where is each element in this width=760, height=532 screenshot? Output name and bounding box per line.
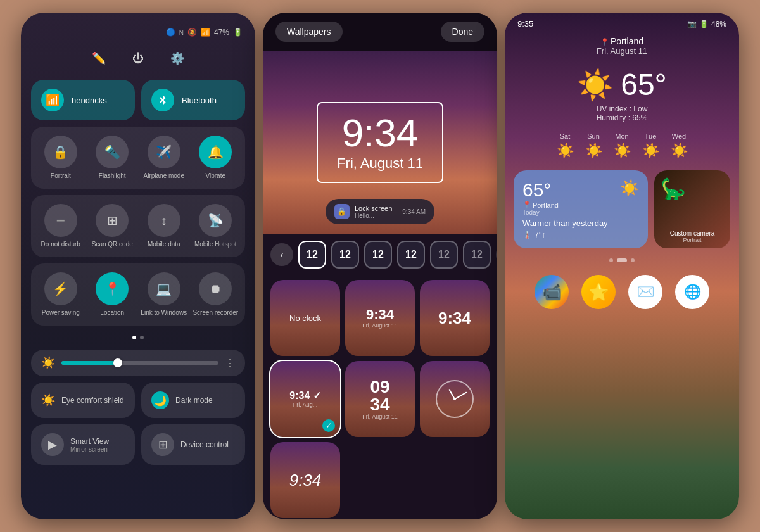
screen-recorder-label: Screen recorder [193,309,238,317]
eye-comfort-toggle[interactable]: ☀️ Eye comfort shield [31,383,135,418]
phone-home-screen: 9:35 📷 🔋 48% Portland Fri, August 11 ☀️ … [505,13,739,519]
link-windows-tile[interactable]: 💻 Link to Windows [141,272,187,317]
smart-view-tile[interactable]: ▶ Smart View Mirror screen [31,424,135,465]
power-save-tile[interactable]: ⚡ Power saving [37,272,84,317]
hs-battery-icon: 🔋 [699,20,709,28]
toggles-row: ☀️ Eye comfort shield 🌙 Dark mode [31,383,245,418]
clock-block[interactable]: 09 34 Fri, August 11 [345,361,415,437]
power-icon[interactable]: ⏻ [128,48,148,68]
device-control-icon: ⊞ [151,433,174,456]
clock-time-2: 9:34 [438,309,471,327]
clocks-grid: No clock 9:34 Fri, August 11 9:34 9:34 ✓… [263,275,497,519]
hs-status-bar: 9:35 📷 🔋 48% [505,13,739,31]
screen-recorder-tile[interactable]: ⏺ Screen recorder [193,272,239,317]
preview-date: Fri, August 11 [337,155,423,172]
wallpapers-button[interactable]: Wallpapers [276,22,343,42]
dark-mode-toggle[interactable]: 🌙 Dark mode [141,383,245,418]
forecast-sun: Sun ☀️ [585,132,602,159]
vibrate-label: Vibrate [205,172,225,180]
hotspot-tile[interactable]: 📡 Mobile Hotspot [193,204,239,248]
bluetooth-icon [151,89,174,111]
clock-italic[interactable]: 9:34 [270,442,340,518]
status-bar: 🔵 N 🔕 📶 47% 🔋 [31,23,245,39]
signal-icon: 📶 [201,28,210,37]
dot-1 [132,336,136,339]
qr-tile[interactable]: ⊞ Scan QR code [89,204,136,248]
style-num-4[interactable]: 12 [397,241,425,269]
page-dot-1 [609,258,613,262]
temperature: 65° [621,67,667,102]
prev-style-arrow[interactable]: ‹ [270,243,293,266]
wifi-icon: 📶 [41,89,64,111]
bluetooth-tile[interactable]: Bluetooth [141,80,245,120]
clock-analog[interactable] [420,361,490,437]
data-icon: ↕️ [148,204,180,237]
dot-2 [140,336,144,339]
clock-time-3: 9:34 ✓ [289,390,320,402]
widget-sun-icon: ☀️ [620,179,639,197]
style-num-2[interactable]: 12 [331,241,359,269]
next-style-arrow[interactable]: › [496,243,497,266]
no-clock-label: No clock [289,314,321,323]
clock-italic-time: 9:34 [289,471,322,490]
more-options-icon[interactable]: ⋮ [225,357,235,369]
hs-status-icons: 📷 🔋 48% [687,20,726,28]
flashlight-icon: 🔦 [96,136,129,168]
settings-icon[interactable]: ⚙️ [167,48,187,68]
brightness-thumb[interactable] [113,358,122,367]
notif-app-icon: 🔒 [334,204,350,219]
quick-settings-grid-2: − Do not disturb ⊞ Scan QR code ↕️ Mobil… [31,195,245,257]
weather-date: Fri, August 11 [517,46,726,56]
portrait-tile[interactable]: 🔒 Portrait [37,136,84,180]
page-dot-3 [631,258,635,262]
quick-settings-grid-1: 🔒 Portrait 🔦 Flashlight ✈️ Airplane mode… [31,127,245,189]
vibrate-tile[interactable]: 🔔 Vibrate [193,136,239,180]
edit-icon[interactable]: ✏️ [89,48,109,68]
device-control-text: Device control [180,440,229,449]
city-label: Portland [517,36,726,46]
style-num-5[interactable]: 12 [430,241,458,269]
location-tile[interactable]: 📍 Location [89,272,136,317]
airplane-icon: ✈️ [148,136,180,168]
style-num-3[interactable]: 12 [364,241,392,269]
brightness-control[interactable]: ☀️ ⋮ [31,350,245,376]
location-icon: 📍 [96,272,129,305]
wifi-label: hendricks [72,96,107,105]
done-button[interactable]: Done [441,22,484,42]
airplane-tile[interactable]: ✈️ Airplane mode [141,136,187,180]
camera-widget[interactable]: 🦕 Custom camera Portrait [654,170,730,248]
wifi-tile[interactable]: 📶 hendricks [31,80,135,120]
link-windows-label: Link to Windows [141,309,187,317]
forecast-wed: Wed ☀️ [671,132,688,159]
analog-face [436,380,474,418]
clock-digital-big[interactable]: 9:34 [420,280,490,356]
dnd-tile[interactable]: − Do not disturb [37,204,84,248]
bluetooth-label: Bluetooth [182,96,217,105]
clock-none[interactable]: No clock [270,280,340,356]
dark-mode-label: Dark mode [175,396,213,405]
notification-pill: 🔒 Lock screen Hello... 9:34 AM [326,199,434,224]
weather-main: ☀️ 65° [505,61,739,104]
brightness-bar[interactable] [61,361,218,365]
clock-digital-date-content: 9:34 Fri, August 11 [362,307,398,329]
clock-block-content: 09 34 Fri, August 11 [362,378,398,420]
fav-app-icon[interactable]: ⭐ [581,275,616,309]
weather-widget[interactable]: 65° 📍Portland ☀️ Today Warmer than yeste… [514,170,648,248]
meet-app-icon[interactable]: 📹 [535,275,569,309]
smart-view-text: Smart View Mirror screen [70,437,109,453]
widget-today: Today [522,209,639,216]
clock-digital-date[interactable]: 9:34 Fri, August 11 [345,280,415,356]
style-num-1[interactable]: 12 [298,241,326,269]
clock-digital-check[interactable]: 9:34 ✓ Fri, Aug... ✓ [270,361,340,437]
hotspot-icon: 📡 [199,204,232,237]
gmail-app-icon[interactable]: ✉️ [628,275,662,309]
silent-icon: 🔕 [187,28,197,37]
style-num-6[interactable]: 12 [463,241,491,269]
device-control-tile[interactable]: ⊞ Device control [141,424,245,465]
app-dock: 📹 ⭐ ✉️ 🌐 [505,266,739,322]
chrome-app-icon[interactable]: 🌐 [675,275,709,309]
data-tile[interactable]: ↕️ Mobile data [141,204,187,248]
flashlight-tile[interactable]: 🔦 Flashlight [89,136,136,180]
clock-preview: 9:34 Fri, August 11 🔒 Lock screen Hello.… [263,51,497,234]
battery-icon: 🔋 [233,28,243,37]
